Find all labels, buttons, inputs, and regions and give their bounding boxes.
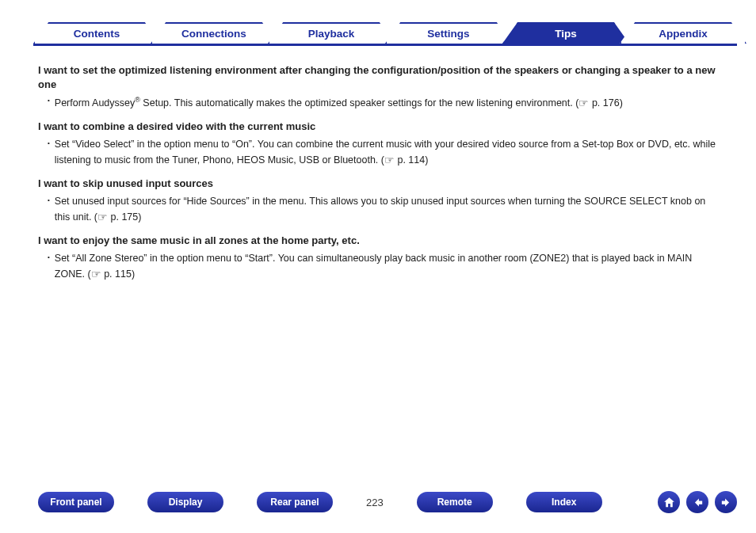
pill-label: Front panel: [50, 497, 101, 508]
tip-topic: I want to set the optimized listening en…: [38, 63, 718, 110]
index-button[interactable]: Index: [526, 492, 602, 512]
arrow-right-icon: [720, 496, 733, 509]
pointing-hand-icon: ☞: [97, 211, 108, 223]
topic-bullet: Set “All Zone Stereo” in the option menu…: [38, 251, 718, 281]
topic-bullet: Perform Audyssey® Setup. This automatica…: [38, 94, 718, 110]
bullet-text: Set “All Zone Stereo” in the option menu…: [55, 251, 718, 281]
tab-label: Playback: [308, 28, 355, 40]
pill-label: Remote: [437, 497, 472, 508]
tab-playback[interactable]: Playback: [268, 22, 395, 44]
page-content: I want to set the optimized listening en…: [38, 63, 718, 291]
tab-label: Tips: [555, 28, 577, 40]
bullet-text: Set “Video Select” in the option menu to…: [55, 137, 718, 167]
remote-button[interactable]: Remote: [417, 492, 493, 512]
arrow-left-icon: [691, 496, 704, 509]
page-ref-link[interactable]: ☞ p. 115: [91, 268, 132, 280]
nav-icon-group: [658, 491, 737, 513]
next-page-button[interactable]: [715, 491, 737, 513]
topic-heading: I want to enjoy the same music in all zo…: [38, 234, 718, 248]
rear-panel-button[interactable]: Rear panel: [257, 492, 333, 512]
tab-label: Appendix: [659, 28, 708, 40]
tab-contents[interactable]: Contents: [33, 22, 160, 44]
topic-heading: I want to set the optimized listening en…: [38, 63, 718, 91]
pill-label: Index: [552, 497, 576, 508]
front-panel-button[interactable]: Front panel: [38, 492, 114, 512]
prev-page-button[interactable]: [686, 491, 708, 513]
topic-heading: I want to combine a desired video with t…: [38, 120, 718, 134]
tab-tips[interactable]: Tips: [502, 22, 629, 44]
home-button[interactable]: [658, 491, 680, 513]
tip-topic: I want to combine a desired video with t…: [38, 120, 718, 167]
bullet-text: Perform Audyssey® Setup. This automatica…: [55, 94, 623, 110]
display-button[interactable]: Display: [147, 492, 223, 512]
page-number: 223: [366, 497, 384, 508]
topic-bullet: Set unused input sources for “Hide Sourc…: [38, 194, 718, 224]
home-icon: [662, 496, 676, 509]
tab-connections[interactable]: Connections: [151, 22, 277, 44]
tab-label: Connections: [181, 28, 246, 40]
page-ref-link[interactable]: ☞ p. 114: [384, 154, 425, 166]
tip-topic: I want to skip unused input sources Set …: [38, 177, 718, 224]
topic-bullet: Set “Video Select” in the option menu to…: [38, 137, 718, 167]
pointing-hand-icon: ☞: [91, 268, 101, 280]
tab-settings[interactable]: Settings: [385, 22, 512, 44]
page-ref-link[interactable]: ☞ p. 176: [578, 97, 619, 109]
topic-heading: I want to skip unused input sources: [38, 177, 718, 191]
tip-topic: I want to enjoy the same music in all zo…: [38, 234, 718, 281]
bottom-nav-bar: Front panel Display Rear panel 223 Remot…: [38, 490, 737, 514]
pill-label: Display: [169, 497, 203, 508]
tab-label: Settings: [427, 28, 469, 40]
pointing-hand-icon: ☞: [384, 154, 395, 166]
tab-label: Contents: [74, 28, 120, 40]
tab-appendix[interactable]: Appendix: [620, 22, 746, 44]
top-tab-bar: Contents Connections Playback Settings T…: [33, 22, 737, 46]
pill-label: Rear panel: [270, 497, 319, 508]
bullet-text: Set unused input sources for “Hide Sourc…: [55, 194, 718, 224]
page-ref-link[interactable]: ☞ p. 175: [97, 211, 138, 223]
pointing-hand-icon: ☞: [578, 97, 589, 109]
